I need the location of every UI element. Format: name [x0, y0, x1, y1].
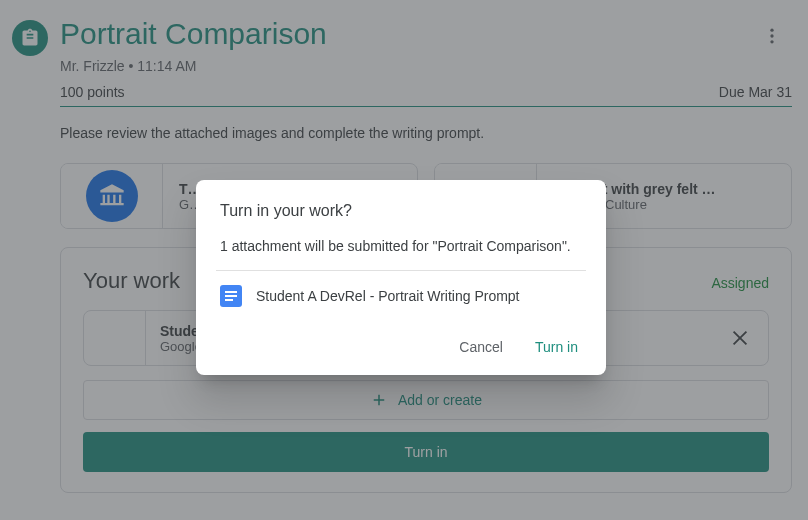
assignment-page: Portrait Comparison Mr. Frizzle • 11:14 …: [0, 0, 808, 520]
confirm-turn-in-button[interactable]: Turn in: [531, 333, 582, 361]
dialog-body: 1 attachment will be submitted for "Port…: [220, 238, 582, 254]
google-docs-icon: [220, 285, 242, 307]
dialog-file-name: Student A DevRel - Portrait Writing Prom…: [256, 288, 520, 304]
dialog-divider: [216, 270, 586, 271]
dialog-title: Turn in your work?: [220, 202, 582, 220]
turn-in-dialog: Turn in your work? 1 attachment will be …: [196, 180, 606, 375]
dialog-file-row: Student A DevRel - Portrait Writing Prom…: [220, 285, 582, 307]
cancel-button[interactable]: Cancel: [455, 333, 507, 361]
dialog-actions: Cancel Turn in: [220, 333, 582, 361]
